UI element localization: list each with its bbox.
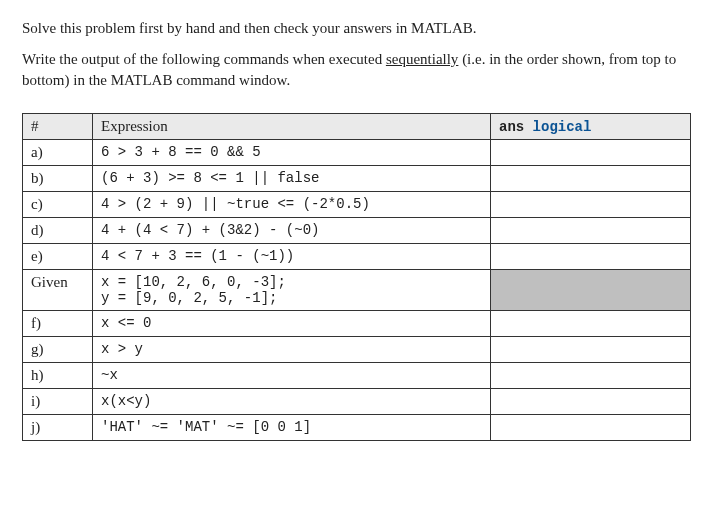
instruction-2-pre: Write the output of the following comman…	[22, 51, 386, 67]
row-answer	[491, 166, 691, 192]
row-answer	[491, 311, 691, 337]
row-expression: 4 + (4 < 7) + (3&2) - (~0)	[93, 218, 491, 244]
row-expression: (6 + 3) >= 8 <= 1 || false	[93, 166, 491, 192]
table-row: h) ~x	[23, 363, 691, 389]
expressions-table: # Expression ans logical a) 6 > 3 + 8 ==…	[22, 113, 691, 441]
instruction-line-2: Write the output of the following comman…	[22, 49, 691, 91]
header-ans-logical: logical	[533, 119, 592, 135]
instruction-2-underlined: sequentially	[386, 51, 458, 67]
table-row-given: Given x = [10, 2, 6, 0, -3]; y = [9, 0, …	[23, 270, 691, 311]
header-expression: Expression	[93, 114, 491, 140]
row-expression: x(x<y)	[93, 389, 491, 415]
table-row: e) 4 < 7 + 3 == (1 - (~1))	[23, 244, 691, 270]
row-id: b)	[23, 166, 93, 192]
row-answer	[491, 389, 691, 415]
table-row: f) x <= 0	[23, 311, 691, 337]
row-expression: 4 > (2 + 9) || ~true <= (-2*0.5)	[93, 192, 491, 218]
row-id: e)	[23, 244, 93, 270]
table-row: g) x > y	[23, 337, 691, 363]
row-id: f)	[23, 311, 93, 337]
row-expression: ~x	[93, 363, 491, 389]
row-id: Given	[23, 270, 93, 311]
header-ans: ans logical	[491, 114, 691, 140]
table-header-row: # Expression ans logical	[23, 114, 691, 140]
row-id: h)	[23, 363, 93, 389]
table-row: a) 6 > 3 + 8 == 0 && 5	[23, 140, 691, 166]
header-ans-word: ans	[499, 119, 533, 135]
row-expression: x = [10, 2, 6, 0, -3]; y = [9, 0, 2, 5, …	[93, 270, 491, 311]
row-id: j)	[23, 415, 93, 441]
row-id: d)	[23, 218, 93, 244]
row-answer	[491, 363, 691, 389]
table-row: b) (6 + 3) >= 8 <= 1 || false	[23, 166, 691, 192]
row-expression: 'HAT' ~= 'MAT' ~= [0 0 1]	[93, 415, 491, 441]
table-row: d) 4 + (4 < 7) + (3&2) - (~0)	[23, 218, 691, 244]
row-expression: x > y	[93, 337, 491, 363]
row-answer	[491, 337, 691, 363]
row-answer	[491, 192, 691, 218]
row-answer	[491, 140, 691, 166]
row-answer	[491, 244, 691, 270]
row-answer	[491, 415, 691, 441]
row-id: a)	[23, 140, 93, 166]
row-expression: 6 > 3 + 8 == 0 && 5	[93, 140, 491, 166]
instruction-line-1: Solve this problem first by hand and the…	[22, 18, 691, 39]
row-id: c)	[23, 192, 93, 218]
row-answer	[491, 218, 691, 244]
row-id: i)	[23, 389, 93, 415]
table-row: c) 4 > (2 + 9) || ~true <= (-2*0.5)	[23, 192, 691, 218]
row-id: g)	[23, 337, 93, 363]
table-row: j) 'HAT' ~= 'MAT' ~= [0 0 1]	[23, 415, 691, 441]
row-expression: 4 < 7 + 3 == (1 - (~1))	[93, 244, 491, 270]
instructions: Solve this problem first by hand and the…	[22, 18, 691, 91]
table-row: i) x(x<y)	[23, 389, 691, 415]
row-expression: x <= 0	[93, 311, 491, 337]
header-id: #	[23, 114, 93, 140]
row-answer-blocked	[491, 270, 691, 311]
